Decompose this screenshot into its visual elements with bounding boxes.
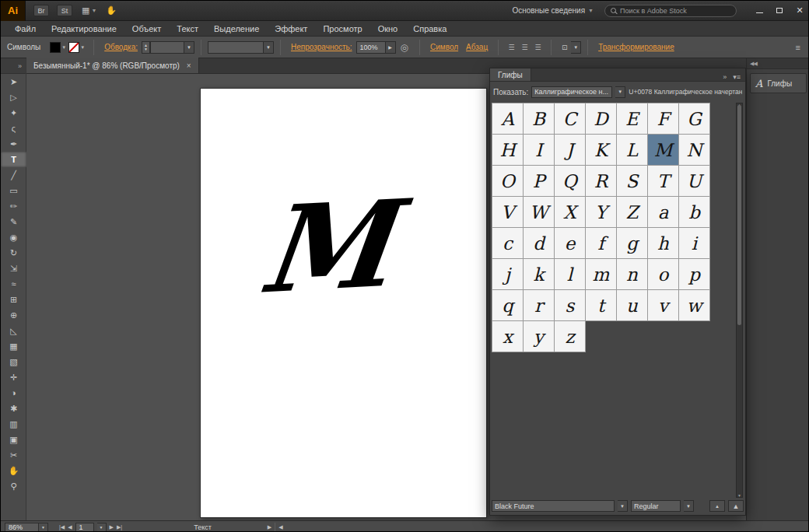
stroke-color-swatch[interactable] [68,42,79,53]
zoom-tool[interactable]: ⚲ [1,478,26,494]
chevron-down-icon[interactable]: ▼ [184,41,194,54]
magic-wand-tool[interactable]: ✦ [1,105,26,121]
glyph-cell[interactable]: D [586,103,617,135]
glyph-cell[interactable]: W [524,197,555,228]
control-panel-menu-icon[interactable]: ≡ [796,43,804,52]
glyph-cell[interactable]: R [586,166,617,197]
zoom-dropdown-icon[interactable]: ▼ [39,523,48,532]
align-to-selection-icon[interactable]: ⊡ [558,41,571,54]
glyph-cell[interactable]: E [617,103,648,135]
font-style-select[interactable]: Regular [631,500,681,512]
document-tab[interactable]: Безымянный-1* @ 86% (RGB/Просмотр) × [26,58,199,73]
artboard-dropdown-icon[interactable]: ▼ [97,523,107,532]
arrange-documents-icon[interactable]: ▦▼ [82,5,96,16]
stroke-weight-stepper[interactable]: ▲▼ [142,41,150,54]
minimize-button[interactable] [749,3,769,19]
transform-link[interactable]: Трансформирование [598,43,674,51]
chevron-down-icon[interactable]: ▼ [618,500,628,512]
glyph-cell[interactable]: S [617,166,648,197]
scroll-left-icon[interactable]: ◀ [278,524,282,530]
scrollbar-thumb[interactable] [737,105,741,325]
adobe-stock-search-input[interactable]: Поиск в Adobe Stock [604,5,737,17]
glyph-cell[interactable]: v [648,290,679,321]
glyph-cell[interactable]: g [617,228,648,259]
glyph-category-select[interactable]: Каллиграфическое н... [531,86,612,98]
glyph-cell[interactable]: c [492,228,524,259]
glyph-cell[interactable]: V [492,197,524,228]
close-button[interactable]: ✕ [790,3,809,19]
menu-item[interactable]: Текст [169,21,206,37]
gradient-tool[interactable]: ▧ [1,354,26,369]
shaper-tool[interactable]: ◉ [1,229,26,245]
scroll-down-icon[interactable]: ▼ [737,493,742,498]
glyph-cell[interactable]: A [492,103,524,135]
glyph-cell[interactable]: B [524,103,555,135]
glyph-cell[interactable]: u [617,290,648,321]
glyphs-panel-button[interactable]: A Глифы [750,73,807,93]
glyph-cell[interactable]: t [586,290,617,321]
chevron-down-icon[interactable]: ▼ [264,41,274,54]
menu-item[interactable]: Редактирование [44,21,124,37]
stroke-panel-link[interactable]: Обводка: [104,43,138,51]
glyph-cell[interactable]: G [679,103,710,135]
shape-builder-tool[interactable]: ⊕ [1,307,26,323]
glyph-cell[interactable]: b [679,197,710,228]
glyphs-panel-tab[interactable]: Глифы [490,68,531,81]
glyph-cell[interactable]: p [679,259,710,290]
glyph-cell[interactable]: I [524,135,555,166]
glyph-cell[interactable]: H [492,135,524,166]
glyph-cell[interactable]: z [555,321,586,352]
artboard-tool[interactable]: ▣ [1,432,26,447]
glyph-cell[interactable]: s [555,290,586,321]
glyph-cell[interactable]: j [492,259,524,290]
align-left-button[interactable]: ☰ [505,41,518,54]
close-icon[interactable]: × [187,61,191,70]
variable-width-profile-select[interactable] [208,41,264,54]
menu-item[interactable]: Выделение [206,21,267,37]
glyph-cell[interactable]: F [648,103,679,135]
free-transform-tool[interactable]: ⊞ [1,292,26,307]
glyph-cell[interactable]: K [586,135,617,166]
last-artboard-icon[interactable]: ▶| [117,524,122,530]
chevron-down-icon[interactable]: ▼ [80,45,85,50]
selection-tool[interactable]: ➤ [1,74,26,89]
glyph-cell[interactable]: k [524,259,555,290]
glyph-cell[interactable]: y [524,321,555,352]
lasso-tool[interactable]: ς [1,121,26,136]
panel-menu-icon[interactable]: ▾≡ [733,73,741,81]
glyph-cell[interactable]: M [648,135,679,166]
previous-artboard-icon[interactable]: ◀ [68,524,72,530]
tools-collapse-icon[interactable]: » [1,58,26,74]
glyph-cell[interactable]: T [648,166,679,197]
glyph-cell[interactable]: l [555,259,586,290]
direct-selection-tool[interactable]: ▷ [1,89,26,105]
rectangle-tool[interactable]: ▭ [1,183,26,198]
glyph-cell[interactable]: C [555,103,586,135]
glyph-cell[interactable]: U [679,166,710,197]
opacity-value-input[interactable]: 100% [356,41,386,54]
opacity-mask-icon[interactable]: ◎ [401,42,408,53]
menu-item[interactable]: Эффект [267,21,315,37]
touch-workspace-icon[interactable]: ✋ [106,5,117,16]
glyph-cell[interactable]: P [524,166,555,197]
fill-color-swatch[interactable] [50,42,61,53]
chevron-down-icon[interactable]: ▼ [615,86,625,98]
scroll-right-icon[interactable]: ▶ [268,524,271,530]
width-tool[interactable]: ≈ [1,276,26,292]
pencil-tool[interactable]: ✎ [1,214,26,229]
align-right-button[interactable]: ☰ [531,41,545,54]
chevron-down-icon[interactable]: ▼ [571,41,581,54]
glyph-cell[interactable]: h [648,228,679,259]
expand-panels-icon[interactable]: ◀◀ [747,58,809,69]
glyph-cell[interactable]: O [492,166,524,197]
artboard[interactable]: M [200,88,487,518]
glyph-cell[interactable]: a [648,197,679,228]
hand-tool[interactable]: ✋ [1,463,26,478]
glyph-cell[interactable]: i [679,228,710,259]
stroke-weight-value[interactable] [150,41,184,54]
menu-item[interactable]: Объект [124,21,169,37]
menu-item[interactable]: Справка [405,21,454,37]
glyph-cell[interactable]: L [617,135,648,166]
eyedropper-tool[interactable]: ✛ [1,369,26,385]
glyph-cell[interactable]: J [555,135,586,166]
